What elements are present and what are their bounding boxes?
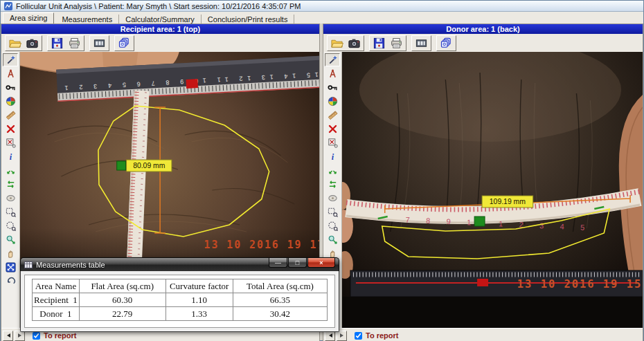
- toolbar-group-file: [327, 35, 364, 51]
- zoom-rect-tool[interactable]: [325, 205, 340, 219]
- measurements-window-titlebar[interactable]: Measurements table — □ ×: [20, 257, 339, 271]
- move-arrows-tool[interactable]: [3, 164, 18, 177]
- camera-button[interactable]: [346, 36, 363, 50]
- key-tool[interactable]: [3, 81, 18, 94]
- cell-total-area: 66.35: [233, 293, 327, 307]
- info-tool[interactable]: [3, 150, 18, 163]
- save-button[interactable]: [370, 36, 388, 50]
- delete-tool[interactable]: [325, 122, 340, 136]
- cell-total-area: 30.42: [233, 307, 327, 321]
- fit-screen-tool[interactable]: [3, 261, 18, 274]
- cell-area-name: Donor 1: [33, 307, 80, 321]
- print-button[interactable]: [388, 36, 405, 50]
- zoom-pointer-icon: [6, 234, 16, 245]
- to-report-checkbox[interactable]: [355, 332, 362, 340]
- toolbar-group-film: [411, 35, 431, 51]
- toolbar-group-copy: [114, 35, 134, 51]
- zoom-ellipse-tool[interactable]: [3, 219, 18, 232]
- info-tool[interactable]: [325, 150, 340, 163]
- copy-stack-icon: [440, 37, 453, 50]
- copy-stack-button[interactable]: [116, 36, 133, 50]
- filmstrip-button[interactable]: [91, 36, 108, 50]
- delete-area-tool[interactable]: [3, 136, 18, 149]
- maximize-button[interactable]: □: [288, 258, 307, 268]
- color-wheel-icon: [6, 96, 16, 107]
- measurements-window-title: Measurements table: [36, 261, 105, 269]
- undo-tool[interactable]: [3, 275, 18, 288]
- fit-screen-icon: [6, 262, 16, 273]
- print-button[interactable]: [66, 36, 83, 50]
- swap-arrows-tool[interactable]: [3, 178, 18, 191]
- move-arrows-tool[interactable]: [325, 164, 340, 177]
- filmstrip-icon: [415, 37, 428, 50]
- key-icon: [328, 82, 338, 93]
- filmstrip-icon: [93, 37, 106, 50]
- magic-wand-tool[interactable]: [3, 53, 18, 66]
- ellipse-tool[interactable]: [3, 192, 18, 205]
- donor-photo[interactable]: 7 8 9 10 1 2 3 4 5 109.19 mm: [342, 52, 643, 328]
- to-report-checkbox[interactable]: [33, 332, 40, 340]
- caliper-icon: [6, 68, 16, 79]
- filmstrip-button[interactable]: [413, 36, 430, 50]
- app-window: Follicular Unit Analysis \ Patient: Mary…: [0, 0, 644, 341]
- print-icon: [68, 37, 81, 50]
- swap-arrows-icon: [6, 179, 16, 190]
- prev-area-button[interactable]: [3, 331, 13, 341]
- open-folder-button[interactable]: [328, 36, 346, 50]
- minimize-button[interactable]: —: [269, 258, 287, 268]
- title-bar[interactable]: Follicular Unit Analysis \ Patient: Mary…: [1, 1, 643, 12]
- delete-area-icon: [6, 138, 16, 148]
- toolbar-group-file: [5, 35, 42, 51]
- copy-stack-icon: [118, 37, 131, 50]
- copy-stack-button[interactable]: [438, 36, 455, 50]
- ruler-tool[interactable]: [3, 109, 18, 122]
- camera-button[interactable]: [24, 36, 41, 50]
- delete-x-icon: [328, 124, 338, 134]
- recipient-tool-sidebar: [1, 52, 20, 328]
- to-report-control: To report: [355, 331, 398, 340]
- color-wheel-tool[interactable]: [3, 95, 18, 108]
- move-arrows-icon: [328, 165, 338, 176]
- measurements-window: Measurements table — □ × Area Name Flat …: [20, 257, 339, 332]
- ellipse-tool[interactable]: [325, 192, 340, 205]
- camera-icon: [348, 37, 361, 50]
- zoom-ellipse-icon: [6, 221, 16, 231]
- caliper-icon: [328, 68, 338, 79]
- hand-pan-tool[interactable]: [3, 247, 18, 260]
- delete-area-tool[interactable]: [325, 136, 340, 149]
- delete-tool[interactable]: [3, 122, 18, 136]
- key-icon: [6, 82, 16, 93]
- donor-body: 7 8 9 10 1 2 3 4 5 109.19 mm: [323, 52, 643, 328]
- window-title: Follicular Unit Analysis \ Patient: Mary…: [16, 2, 301, 10]
- color-wheel-tool[interactable]: [325, 95, 340, 108]
- window-controls: — □ ×: [268, 258, 335, 268]
- open-folder-button[interactable]: [6, 36, 24, 50]
- zoom-ellipse-icon: [328, 221, 338, 231]
- key-tool[interactable]: [325, 81, 340, 94]
- zoom-pointer-tool[interactable]: [325, 233, 340, 246]
- close-button[interactable]: ×: [307, 258, 335, 268]
- magic-wand-tool[interactable]: [325, 53, 340, 66]
- ruler-icon: [328, 110, 338, 120]
- zoom-pointer-tool[interactable]: [3, 233, 18, 246]
- ruler-tool[interactable]: [325, 109, 340, 122]
- table-row: Donor 1 22.79 1.33 30.42: [33, 307, 328, 321]
- save-icon: [373, 37, 386, 50]
- swap-arrows-tool[interactable]: [325, 178, 340, 191]
- right-arrow-icon: [340, 333, 346, 338]
- caliper-tool[interactable]: [325, 67, 340, 80]
- move-arrows-icon: [6, 165, 16, 176]
- table-header-row: Area Name Flat Area (sq.cm) Curvature fa…: [33, 279, 328, 293]
- col-flat-area: Flat Area (sq.cm): [79, 279, 166, 293]
- col-area-name: Area Name: [33, 279, 80, 293]
- caliper-tool[interactable]: [3, 67, 18, 80]
- color-wheel-icon: [328, 96, 338, 107]
- ellipse-tool-icon: [328, 193, 338, 203]
- toolbar-group-save: [369, 35, 406, 51]
- zoom-rect-tool[interactable]: [3, 205, 18, 219]
- save-button[interactable]: [48, 36, 66, 50]
- right-arrow-icon: [18, 333, 24, 338]
- measure-marker: [117, 161, 126, 170]
- swap-arrows-icon: [328, 179, 338, 190]
- zoom-ellipse-tool[interactable]: [325, 219, 340, 232]
